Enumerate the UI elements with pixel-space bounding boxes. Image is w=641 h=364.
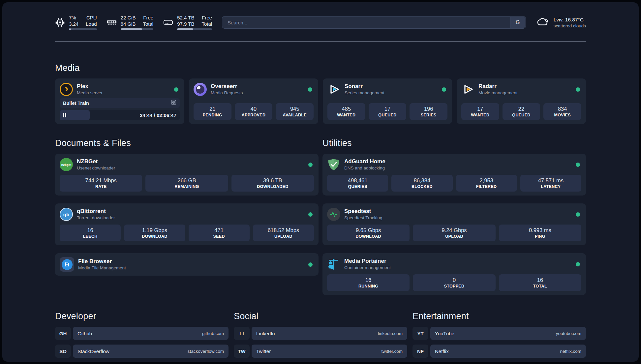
app-card-qbittorrent[interactable]: qb qBittorrent Torrent downloader 16 LEE… xyxy=(55,203,319,245)
speedtest-icon xyxy=(327,208,340,221)
stat-movies: 834 MOVIES xyxy=(543,103,581,120)
disk-free-value: 52.4 TB xyxy=(177,15,194,21)
pause-icon[interactable] xyxy=(63,113,66,117)
memory-total-label: Total xyxy=(143,21,153,27)
bookmark-tag[interactable]: NF xyxy=(412,345,428,358)
app-description: Series management xyxy=(345,90,384,96)
app-name: Sonarr xyxy=(345,83,384,90)
app-card-filebrowser[interactable]: File Browser Media File Management xyxy=(55,253,319,276)
app-card-portainer[interactable]: Media Portainer Container management 16 … xyxy=(322,253,586,295)
radarr-icon xyxy=(461,83,474,96)
status-dot xyxy=(576,262,580,266)
overseerr-icon xyxy=(194,83,207,96)
header-bar: 7% 3.24 CPU Load xyxy=(55,12,586,33)
status-dot xyxy=(576,87,580,92)
disk-progress-bar xyxy=(177,28,212,30)
now-playing-row: Bullet Train xyxy=(60,98,180,108)
app-card-plex[interactable]: Plex Media server Bullet Train xyxy=(55,78,184,124)
stat-available: 945 AVAILABLE xyxy=(276,103,314,120)
sonarr-icon xyxy=(327,83,341,96)
app-description: Torrent downloader xyxy=(77,215,115,221)
now-playing-title: Bullet Train xyxy=(63,101,89,106)
disk-total-label: Total xyxy=(201,21,212,27)
bookmark-netflix: NF Netflix netflix.com xyxy=(412,345,586,358)
cloud-icon xyxy=(536,16,550,28)
status-dot xyxy=(174,87,178,92)
bookmark-link[interactable]: Twitter twitter.com xyxy=(252,345,407,358)
bookmark-link[interactable]: Github github.com xyxy=(73,327,229,340)
bookmark-tag[interactable]: LI xyxy=(234,327,250,340)
bookmark-tag[interactable]: SO xyxy=(55,345,71,358)
app-card-speedtest[interactable]: Speedtest Speedtest Tracking 9.65 Gbps D… xyxy=(322,203,586,245)
section-title-developer: Developer xyxy=(55,310,229,322)
section-developer: Developer GH Github github.com SO StackO… xyxy=(55,310,229,362)
plex-icon xyxy=(60,83,73,96)
section-entertainment: Entertainment YT YouTube youtube.com NF … xyxy=(412,310,586,362)
search-input[interactable] xyxy=(222,16,526,29)
qbittorrent-icon: qb xyxy=(60,208,73,221)
app-name: qBittorrent xyxy=(77,208,115,215)
memory-progress-bar xyxy=(121,28,154,30)
weather-widget: Lviv, 16.87°C scattered clouds xyxy=(536,16,586,28)
load-label: Load xyxy=(86,21,97,27)
bookmark-link[interactable]: YouTube youtube.com xyxy=(430,327,586,340)
stat-rate: 744.21 Mbps RATE xyxy=(60,175,142,192)
cpu-icon xyxy=(55,18,65,27)
app-card-overseerr[interactable]: Overseerr Media Requests 21 PENDING 40 A… xyxy=(189,78,318,124)
status-dot xyxy=(308,262,313,267)
filebrowser-icon xyxy=(60,257,74,272)
stat-leech: 16 LEECH xyxy=(60,225,121,241)
app-card-nzbget[interactable]: nzbget NZBGet Usenet downloader 744.21 M… xyxy=(55,154,319,196)
app-description: Speedtest Tracking xyxy=(344,215,382,221)
weather-location-temp: Lviv, 16.87°C xyxy=(554,17,586,23)
app-name: AdGuard Home xyxy=(344,158,385,165)
app-card-radarr[interactable]: Radarr Movie management 17 WANTED 22 QUE… xyxy=(457,78,586,124)
stat-total: 16 TOTAL xyxy=(499,274,581,291)
weather-condition: scattered clouds xyxy=(554,23,586,28)
stat-pending: 21 PENDING xyxy=(194,103,231,120)
bookmark-linkedin: LI LinkedIn linkedin.com xyxy=(234,327,407,340)
app-description: DNS and adblocking xyxy=(344,166,385,171)
bookmark-link[interactable]: StackOverflow stackoverflow.com xyxy=(73,345,229,358)
cpu-progress-bar xyxy=(69,28,97,30)
app-description: Usenet downloader xyxy=(77,166,115,171)
search-bar: G xyxy=(222,16,526,29)
app-card-adguard[interactable]: AdGuard Home DNS and adblocking 498,461 … xyxy=(322,154,586,196)
playback-time: 24:44 / 02:06:47 xyxy=(140,110,176,120)
stat-filtered: 2,953 FILTERED xyxy=(456,175,517,192)
app-name: Plex xyxy=(77,83,103,90)
disk-stat: 52.4 TB 97.9 TB Free Total xyxy=(163,15,212,30)
app-name: Speedtest xyxy=(344,208,382,215)
bookmark-stackoverflow: SO StackOverflow stackoverflow.com xyxy=(55,345,229,358)
section-media: Media Plex Media server xyxy=(55,62,586,124)
search-provider-button[interactable]: G xyxy=(510,17,525,28)
app-card-sonarr[interactable]: Sonarr Series management 485 WANTED 17 Q… xyxy=(323,78,452,124)
stat-download: 9.65 Gbps DOWNLOAD xyxy=(327,225,410,241)
stat-blocked: 86,384 BLOCKED xyxy=(391,175,452,192)
stat-wanted: 17 WANTED xyxy=(461,103,499,120)
bookmark-tag[interactable]: YT xyxy=(412,327,428,340)
memory-free-value: 22 GiB xyxy=(121,15,136,21)
status-dot xyxy=(308,163,313,167)
section-social: Social LI LinkedIn linkedin.com TW Twitt… xyxy=(234,310,407,362)
portainer-icon xyxy=(327,258,340,271)
cpu-label: CPU xyxy=(86,15,97,21)
stat-upload: 9.24 Gbps UPLOAD xyxy=(413,225,495,241)
disc-icon[interactable] xyxy=(171,100,176,106)
stat-series: 196 SERIES xyxy=(410,103,447,120)
bookmark-tag[interactable]: GH xyxy=(55,327,71,340)
bookmark-link[interactable]: LinkedIn linkedin.com xyxy=(252,327,407,340)
stat-queued: 17 QUEUED xyxy=(369,103,407,120)
bookmark-link[interactable]: Netflix netflix.com xyxy=(430,345,586,358)
section-title-entertainment: Entertainment xyxy=(412,310,586,322)
app-name: File Browser xyxy=(78,258,126,265)
app-description: Media File Management xyxy=(78,265,126,271)
stat-queries: 498,461 QUERIES xyxy=(327,175,388,192)
app-name: Overseerr xyxy=(211,83,243,90)
status-dot xyxy=(576,163,580,167)
stat-upload: 618.52 Mbps UPLOAD xyxy=(253,225,314,241)
app-description: Container management xyxy=(344,265,391,270)
bookmark-tag[interactable]: TW xyxy=(234,345,250,358)
section-documents: Documents & Files nzbget NZBGet Usenet d… xyxy=(55,137,319,295)
stat-approved: 40 APPROVED xyxy=(235,103,273,120)
